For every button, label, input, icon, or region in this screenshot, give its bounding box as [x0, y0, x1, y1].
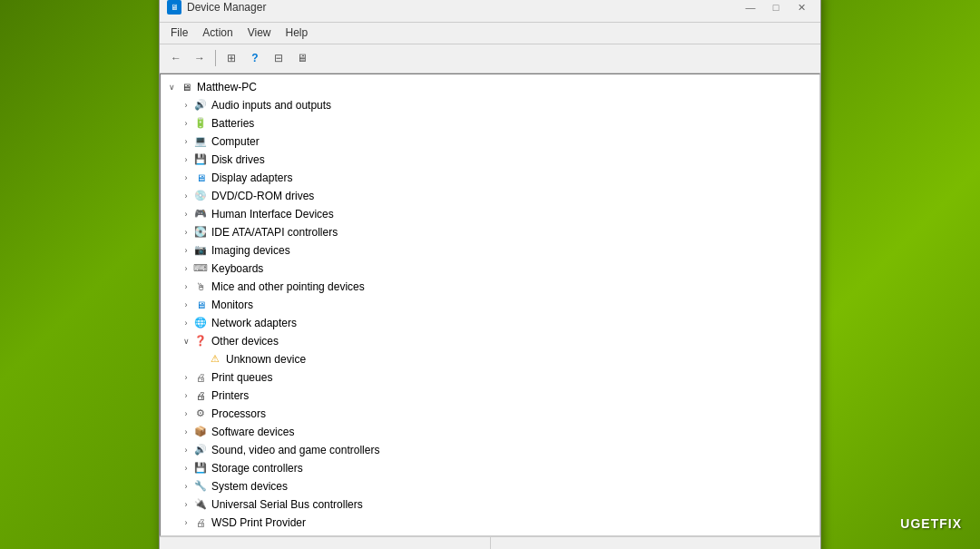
root-expander[interactable]: ∨: [164, 80, 179, 94]
tree-item[interactable]: ›💻Computer: [161, 132, 819, 151]
tree-expander[interactable]: ›: [179, 370, 193, 385]
tree-item[interactable]: ›💾Storage controllers: [161, 459, 819, 477]
tree-item[interactable]: ›🖱Mice and other pointing devices: [161, 278, 819, 296]
uninstall-button[interactable]: ⊟: [268, 47, 289, 69]
item-label: Printers: [211, 389, 249, 402]
tree-expander[interactable]: ›: [179, 298, 193, 312]
tree-item[interactable]: ›🔊Audio inputs and outputs: [161, 96, 819, 114]
item-icon: 🌐: [193, 316, 208, 330]
tree-item[interactable]: ›🖨Print queues: [161, 368, 819, 387]
tree-item[interactable]: ›📦Software devices: [161, 423, 819, 441]
window-title: Device Manager: [187, 1, 266, 14]
item-label: IDE ATA/ATAPI controllers: [211, 226, 338, 239]
item-icon: 🖨: [193, 515, 208, 530]
properties-button[interactable]: ⊞: [220, 47, 242, 69]
tree-expander[interactable]: ›: [179, 207, 193, 221]
item-icon: 🖥: [193, 298, 208, 312]
device-tree[interactable]: ∨ 🖥 Matthew-PC ›🔊Audio inputs and output…: [160, 74, 820, 536]
minimize-button[interactable]: —: [739, 0, 762, 16]
tree-expander[interactable]: ›: [179, 225, 193, 240]
tree-item[interactable]: ›💿DVD/CD-ROM drives: [161, 187, 819, 205]
item-icon: 💻: [193, 134, 208, 149]
tree-item[interactable]: ›🖥Display adapters: [161, 169, 819, 187]
tree-expander[interactable]: ›: [179, 279, 193, 294]
tree-item[interactable]: ›🖥Monitors: [161, 296, 819, 314]
menu-bar: File Action View Help: [160, 23, 820, 44]
tree-expander[interactable]: ›: [179, 261, 193, 276]
title-bar-left: 🖥 Device Manager: [167, 0, 266, 15]
tree-item[interactable]: ›🔊Sound, video and game controllers: [161, 441, 819, 459]
item-label: Keyboards: [211, 262, 263, 275]
tree-item[interactable]: ›⚙Processors: [161, 405, 819, 423]
tree-expander[interactable]: ›: [179, 497, 193, 512]
item-label: Unknown device: [226, 353, 306, 366]
tree-item[interactable]: ›🔋Batteries: [161, 114, 819, 132]
tree-item[interactable]: ∨❓Other devices: [161, 332, 819, 350]
tree-item[interactable]: ›💾Disk drives: [161, 151, 819, 169]
tree-item[interactable]: ⚠Unknown device: [161, 350, 819, 368]
item-label: Processors: [211, 407, 266, 420]
tree-item[interactable]: ›🖨Printers: [161, 387, 819, 405]
item-label: Universal Serial Bus controllers: [211, 498, 363, 511]
forward-button[interactable]: →: [189, 47, 211, 69]
tree-item[interactable]: ›🌐Network adapters: [161, 314, 819, 332]
tree-expander[interactable]: ›: [179, 425, 193, 439]
item-label: System devices: [211, 480, 288, 493]
tree-item[interactable]: ›⌨Keyboards: [161, 260, 819, 278]
tree-expander[interactable]: ›: [179, 316, 193, 330]
tree-expander[interactable]: ›: [179, 479, 193, 494]
item-label: Other devices: [211, 335, 279, 348]
tree-expander[interactable]: ›: [179, 116, 193, 131]
menu-help[interactable]: Help: [279, 25, 316, 42]
item-icon: 🔋: [193, 116, 208, 131]
item-icon: 🔧: [193, 479, 208, 494]
tree-expander[interactable]: ∨: [179, 334, 193, 348]
tree-expander[interactable]: ›: [179, 152, 193, 167]
tree-expander[interactable]: ›: [179, 189, 193, 203]
menu-view[interactable]: View: [240, 25, 279, 42]
help-button[interactable]: ?: [244, 47, 266, 69]
tree-root[interactable]: ∨ 🖥 Matthew-PC: [161, 78, 819, 96]
tree-expander[interactable]: ›: [179, 243, 193, 258]
item-icon: 🖨: [193, 388, 208, 403]
tree-expander[interactable]: ›: [179, 407, 193, 421]
item-label: Print queues: [211, 371, 272, 384]
item-icon: 🔊: [193, 98, 208, 113]
tree-item[interactable]: ›🔌Universal Serial Bus controllers: [161, 495, 819, 514]
tree-item[interactable]: ›🖨WSD Print Provider: [161, 514, 819, 532]
tree-expander[interactable]: ›: [179, 134, 193, 149]
menu-file[interactable]: File: [163, 25, 195, 42]
menu-action[interactable]: Action: [195, 25, 240, 42]
tree-expander[interactable]: ›: [179, 388, 193, 403]
item-icon: 🔌: [193, 497, 208, 512]
tree-expander[interactable]: ›: [179, 98, 193, 113]
item-icon: 🔊: [193, 443, 208, 457]
pc-icon: 🖥: [179, 80, 193, 94]
root-label: Matthew-PC: [197, 81, 257, 93]
title-bar: 🖥 Device Manager — □ ✕: [160, 0, 820, 23]
scan-button[interactable]: 🖥: [291, 47, 313, 69]
tree-item[interactable]: ›📷Imaging devices: [161, 241, 819, 260]
back-button[interactable]: ←: [165, 47, 187, 69]
maximize-button[interactable]: □: [764, 0, 788, 16]
item-icon: 💽: [193, 225, 208, 240]
tree-item[interactable]: ›🎮Human Interface Devices: [161, 205, 819, 223]
item-icon: ⌨: [193, 261, 208, 276]
item-label: Disk drives: [211, 153, 265, 166]
item-label: Mice and other pointing devices: [211, 280, 365, 293]
item-icon: ⚠: [208, 352, 222, 367]
tree-item[interactable]: ›💽IDE ATA/ATAPI controllers: [161, 223, 819, 241]
tree-expander[interactable]: ›: [179, 515, 193, 530]
item-icon: ⚙: [193, 407, 208, 421]
item-label: Storage controllers: [211, 462, 303, 475]
item-label: Display adapters: [211, 172, 292, 184]
tree-item[interactable]: ›🔧System devices: [161, 477, 819, 495]
tree-expander[interactable]: ›: [179, 461, 193, 475]
close-button[interactable]: ✕: [789, 0, 813, 16]
tree-expander[interactable]: [193, 352, 208, 367]
window-icon: 🖥: [167, 0, 181, 15]
item-icon: 💿: [193, 189, 208, 203]
tree-expander[interactable]: ›: [179, 171, 193, 185]
tree-expander[interactable]: ›: [179, 443, 193, 457]
title-controls: — □ ✕: [739, 0, 813, 16]
